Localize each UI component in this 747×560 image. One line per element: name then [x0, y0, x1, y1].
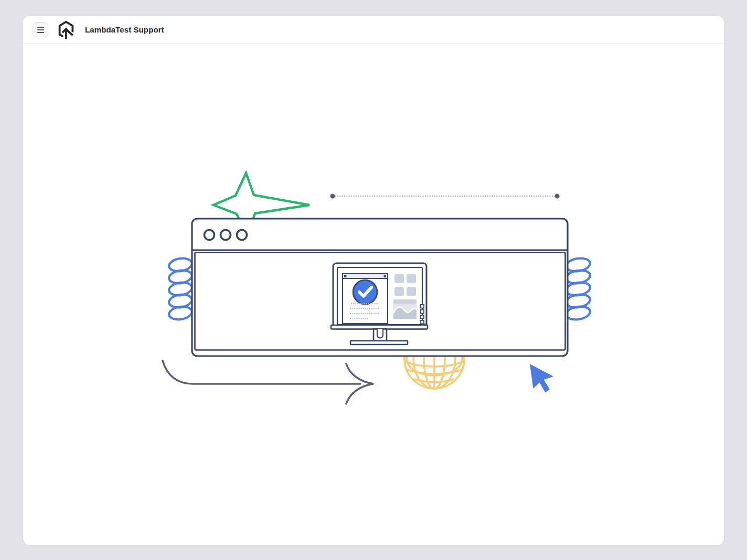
lambdatest-logo[interactable] — [57, 20, 76, 39]
app-card: LambdaTest Support — [23, 16, 724, 545]
lambdatest-logo-icon — [57, 20, 76, 39]
support-illustration — [23, 16, 724, 545]
browser-traffic-dots — [205, 230, 247, 240]
curved-arrow-icon — [163, 361, 374, 404]
cursor-icon — [530, 364, 553, 393]
page-title: LambdaTest Support — [85, 25, 164, 34]
spring-coil-left — [168, 257, 193, 321]
timeline-line — [330, 193, 559, 198]
mini-chart — [393, 299, 417, 319]
menu-button[interactable] — [33, 22, 48, 37]
hamburger-icon — [37, 27, 44, 28]
spring-coil-right — [565, 257, 591, 321]
verified-check-icon — [353, 280, 377, 304]
app-header: LambdaTest Support — [23, 16, 724, 44]
